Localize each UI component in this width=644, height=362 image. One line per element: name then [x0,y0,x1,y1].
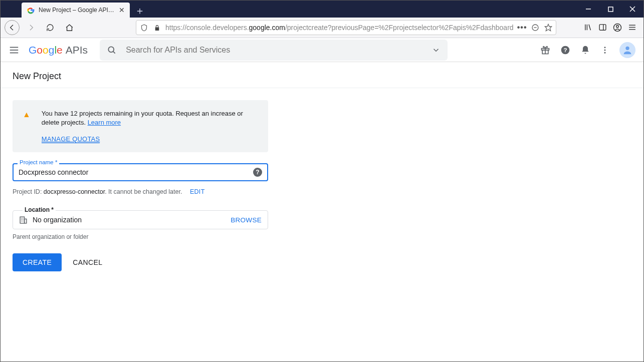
page-content: ▲ You have 12 projects remaining in your… [1,88,643,283]
svg-point-29 [604,52,606,53]
project-name-input[interactable] [19,168,249,176]
create-button[interactable]: CREATE [13,253,62,271]
menu-icon[interactable] [628,23,636,32]
svg-point-27 [604,47,606,48]
project-name-label: Project name * [18,159,59,165]
form-actions: CREATE CANCEL [13,253,631,271]
meatballs-icon[interactable]: ••• [518,23,527,32]
tab-title: New Project – Google API Cons [39,7,115,14]
kebab-icon[interactable] [600,46,609,55]
sidebar-icon[interactable] [598,23,607,32]
google-apis-logo[interactable]: Google APIs [29,44,88,56]
url-text: https://console.developers.google.com/pr… [165,24,514,32]
browser-toolbar: https://console.developers.google.com/pr… [1,18,643,38]
svg-line-9 [589,25,591,30]
browse-location-button[interactable]: BROWSE [231,216,262,224]
location-value: No organization [33,216,226,224]
learn-more-link[interactable]: Learn more [88,119,121,126]
search-icon [107,45,117,55]
svg-point-30 [625,46,629,50]
apis-label: APIs [66,44,88,56]
account-avatar[interactable] [619,42,635,58]
library-icon[interactable] [584,23,592,32]
project-id-edit-link[interactable]: EDIT [190,188,205,195]
account-icon[interactable] [613,23,622,32]
warning-icon: ▲ [23,110,31,143]
location-label: Location * [23,206,56,213]
quota-message: You have 12 projects remaining in your q… [42,109,258,127]
forward-button[interactable] [24,20,39,35]
api-search-input[interactable] [126,46,422,55]
browser-tab[interactable]: New Project – Google API Cons ✕ [22,3,130,18]
window-maximize-button[interactable] [599,1,621,18]
cancel-button[interactable]: CANCEL [73,258,102,266]
window-minimize-button[interactable] [577,1,599,18]
location-hint: Parent organization or folder [13,233,268,240]
chevron-down-icon[interactable] [432,46,441,55]
svg-rect-10 [599,25,606,30]
svg-point-28 [604,49,606,51]
svg-point-20 [108,47,114,52]
svg-rect-2 [608,7,613,12]
organization-icon [19,216,28,224]
svg-marker-6 [545,24,551,31]
new-tab-button[interactable]: ＋ [133,4,147,18]
shield-icon [139,24,148,32]
svg-text:?: ? [563,47,567,53]
help-icon[interactable]: ? [560,45,570,55]
gapi-header: Google APIs ? [1,38,643,62]
bookmark-star-icon[interactable] [544,24,553,32]
location-field: Location * No organization BROWSE Parent… [13,210,268,240]
window-controls [577,1,643,18]
page-title: New Project [1,62,643,88]
api-search-bar[interactable] [100,40,448,61]
lock-icon [152,25,161,31]
notifications-icon[interactable] [580,45,590,55]
home-button[interactable] [62,20,77,35]
tab-close-icon[interactable]: ✕ [119,6,125,14]
reload-button[interactable] [43,20,58,35]
field-help-icon[interactable]: ? [253,168,262,177]
reader-icon[interactable] [531,24,540,32]
gift-icon[interactable] [540,45,550,55]
svg-point-13 [616,26,619,28]
project-name-field: Project name * ? [13,163,268,181]
project-id-line: Project ID: docxpresso-connector. It can… [13,188,631,195]
address-bar[interactable]: https://console.developers.google.com/pr… [136,20,556,35]
nav-menu-button[interactable] [9,45,20,56]
browser-right-icons [584,23,639,32]
svg-rect-32 [25,219,27,223]
back-button[interactable] [5,20,20,35]
quota-warning-box: ▲ You have 12 projects remaining in your… [13,100,268,152]
manage-quotas-link[interactable]: MANAGE QUOTAS [42,135,100,143]
svg-line-21 [113,51,115,53]
tab-favicon [27,6,35,14]
window-close-button[interactable] [621,1,643,18]
browser-titlebar: New Project – Google API Cons ✕ ＋ [1,1,643,18]
svg-rect-31 [20,217,25,223]
